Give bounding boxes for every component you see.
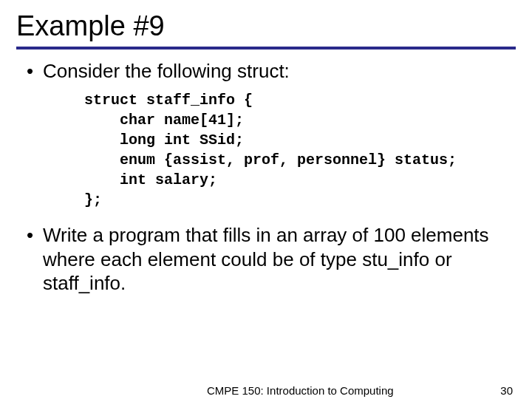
bullet-2-text: Write a program that fills in an array o… <box>43 223 501 296</box>
code-line-3: long int SSid; <box>84 132 244 149</box>
title-underline <box>16 47 516 50</box>
bullet-2: •Write a program that fills in an array … <box>27 223 516 296</box>
slide: Example #9 •Consider the following struc… <box>0 0 532 399</box>
footer-page-number: 30 <box>500 384 513 397</box>
bullet-1: •Consider the following struct: <box>27 60 516 83</box>
code-block: struct staff_info { char name[41]; long … <box>84 90 516 210</box>
code-line-2: char name[41]; <box>84 112 244 129</box>
footer-course: CMPE 150: Introduction to Computing <box>207 384 394 397</box>
bullet-dot: • <box>27 60 43 83</box>
code-line-4: enum {assist, prof, personnel} status; <box>84 151 457 168</box>
bullet-1-text: Consider the following struct: <box>43 60 290 82</box>
code-line-1: struct staff_info { <box>84 92 253 109</box>
code-line-5: int salary; <box>84 171 217 188</box>
code-line-6: }; <box>84 191 102 208</box>
slide-title: Example #9 <box>16 10 516 42</box>
bullet-dot: • <box>27 223 43 248</box>
